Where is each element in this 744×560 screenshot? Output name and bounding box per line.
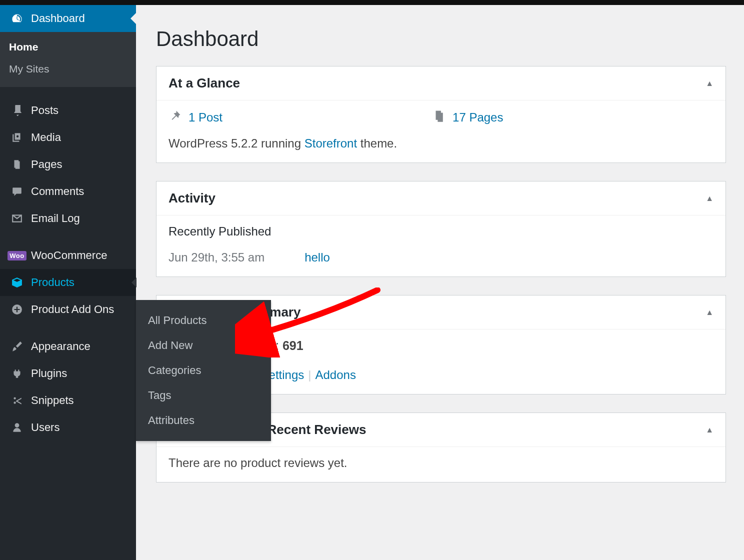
sidebar-item-label: Pages [31, 158, 62, 171]
media-icon [9, 131, 25, 144]
sidebar-item-dashboard[interactable]: Dashboard [0, 5, 136, 32]
activity-date: Jun 29th, 3:55 am [168, 250, 264, 264]
panel-activity: Activity ▲ Recently Published Jun 29th, … [156, 181, 726, 277]
sidebar-item-label: Plugins [31, 367, 67, 380]
theme-link[interactable]: Storefront [304, 136, 357, 150]
panel-at-a-glance: At a Glance ▲ 1 Post 17 Pages [156, 66, 726, 163]
sidebar-item-label: Comments [31, 185, 84, 198]
collapse-toggle[interactable]: ▲ [706, 79, 714, 88]
flyout-attributes[interactable]: Attributes [136, 408, 271, 433]
sidebar-item-email-log[interactable]: Email Log [0, 205, 136, 232]
main-content: Dashboard At a Glance ▲ 1 Post [136, 5, 744, 560]
plugin-icon [9, 367, 25, 380]
sidebar-item-label: Email Log [31, 212, 80, 225]
reviews-empty-text: There are no product reviews yet. [168, 456, 714, 470]
package-icon [9, 276, 25, 289]
user-icon [9, 421, 25, 434]
sidebar-item-label: Dashboard [31, 12, 85, 25]
sidebar-item-label: Appearance [31, 340, 90, 353]
products-flyout: All Products Add New Categories Tags Att… [136, 300, 271, 441]
pages-icon [432, 110, 446, 126]
sidebar-item-woocommerce[interactable]: Woo WooCommerce [0, 242, 136, 269]
sidebar-item-users[interactable]: Users [0, 414, 136, 441]
link-addons[interactable]: Addons [315, 368, 356, 382]
sidebar-item-posts[interactable]: Posts [0, 97, 136, 124]
glance-posts-link: 1 Post [188, 110, 222, 124]
activity-section-heading: Recently Published [168, 224, 714, 238]
sidebar-item-appearance[interactable]: Appearance [0, 333, 136, 360]
page-title: Dashboard [156, 27, 726, 51]
sidebar-item-label: Posts [31, 104, 58, 117]
glance-pages[interactable]: 17 Pages [432, 110, 503, 126]
sidebar-item-label: Snippets [31, 394, 74, 407]
plus-circle-icon [9, 303, 25, 316]
woocommerce-icon: Woo [9, 249, 25, 262]
panel-title: Activity [168, 190, 216, 206]
flyout-add-new[interactable]: Add New [136, 333, 271, 358]
panel-title: At a Glance [168, 76, 240, 91]
sidebar-item-product-addons[interactable]: Product Add Ons [0, 296, 136, 323]
flyout-all-products[interactable]: All Products [136, 308, 271, 333]
comment-icon [9, 185, 25, 198]
sidebar-item-media[interactable]: Media [0, 124, 136, 151]
pin-icon [168, 110, 182, 126]
submenu-home[interactable]: Home [0, 36, 136, 58]
sidebar-item-comments[interactable]: Comments [0, 178, 136, 205]
mail-icon [9, 212, 25, 225]
sidebar-item-pages[interactable]: Pages [0, 151, 136, 178]
pin-icon [9, 104, 25, 117]
activity-post-link[interactable]: hello [304, 250, 330, 264]
sidebar-item-label: Media [31, 131, 61, 144]
sidebar-item-label: Users [31, 421, 60, 434]
sidebar-item-label: Products [31, 276, 74, 289]
glance-posts[interactable]: 1 Post [168, 110, 222, 126]
collapse-toggle[interactable]: ▲ [706, 194, 714, 203]
wp-version-info: WordPress 5.2.2 running Storefront theme… [168, 136, 714, 150]
sidebar-item-label: WooCommerce [31, 249, 107, 262]
admin-top-bar [0, 0, 744, 5]
sidebar-item-label: Product Add Ons [31, 303, 114, 316]
pages-icon [9, 158, 25, 171]
scissors-icon [9, 394, 25, 407]
sidebar-item-products[interactable]: Products [0, 269, 136, 296]
brush-icon [9, 340, 25, 353]
collapse-toggle[interactable]: ▲ [706, 426, 714, 434]
flyout-tags[interactable]: Tags [136, 383, 271, 408]
flyout-categories[interactable]: Categories [136, 358, 271, 383]
admin-sidebar: Dashboard Home My Sites Posts Media Page… [0, 5, 136, 560]
sidebar-item-snippets[interactable]: Snippets [0, 387, 136, 414]
sidebar-item-plugins[interactable]: Plugins [0, 360, 136, 387]
dashboard-icon [9, 12, 25, 25]
dashboard-submenu: Home My Sites [0, 32, 136, 87]
glance-pages-link: 17 Pages [452, 110, 503, 124]
submenu-my-sites[interactable]: My Sites [0, 58, 136, 80]
collapse-toggle[interactable]: ▲ [706, 308, 714, 317]
